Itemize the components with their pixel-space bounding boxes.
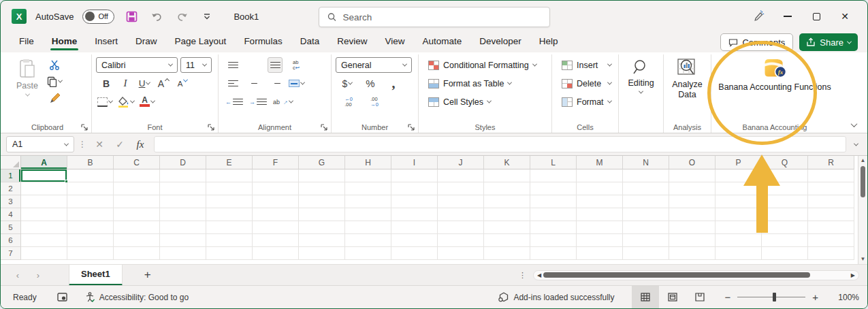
- cell-G5[interactable]: [299, 221, 345, 234]
- cell-M2[interactable]: [577, 182, 623, 195]
- cell-N2[interactable]: [623, 182, 669, 195]
- previous-sheet-button[interactable]: ‹: [9, 270, 27, 280]
- tab-home[interactable]: Home: [43, 33, 86, 51]
- column-header-M[interactable]: M: [577, 156, 623, 169]
- comments-button[interactable]: Comments: [720, 33, 793, 51]
- formula-input[interactable]: [154, 136, 846, 152]
- select-all-corner[interactable]: [1, 156, 21, 169]
- next-sheet-button[interactable]: ›: [29, 270, 47, 280]
- column-header-O[interactable]: O: [669, 156, 716, 169]
- bold-button[interactable]: B: [99, 76, 114, 91]
- insert-function-button[interactable]: fx: [132, 136, 148, 152]
- cell-K5[interactable]: [484, 221, 530, 234]
- cell-L6[interactable]: [530, 234, 577, 247]
- cell-A3[interactable]: [21, 195, 67, 208]
- accounting-format-button[interactable]: $: [340, 76, 355, 91]
- cell-C1[interactable]: [114, 169, 160, 182]
- vertical-scroll-thumb[interactable]: [861, 166, 865, 197]
- row-header-1[interactable]: 1: [1, 169, 21, 182]
- scroll-left-icon[interactable]: ◀: [537, 272, 541, 278]
- tab-formulas[interactable]: Formulas: [235, 33, 291, 51]
- expand-formula-bar-chevron[interactable]: [854, 141, 858, 146]
- cell-O2[interactable]: [669, 182, 716, 195]
- search-input[interactable]: [342, 12, 541, 22]
- cell-L1[interactable]: [530, 169, 577, 182]
- column-header-P[interactable]: P: [716, 156, 762, 169]
- cell-G2[interactable]: [299, 182, 345, 195]
- cell-Q5[interactable]: [762, 221, 808, 234]
- cell-P6[interactable]: [716, 234, 762, 247]
- cell-P3[interactable]: [716, 195, 762, 208]
- cell-E1[interactable]: [206, 169, 253, 182]
- cell-R5[interactable]: [808, 221, 854, 234]
- cell-I3[interactable]: [391, 195, 438, 208]
- zoom-slider-handle[interactable]: [773, 293, 776, 302]
- cell-Q6[interactable]: [762, 234, 808, 247]
- cell-L7[interactable]: [530, 247, 577, 260]
- cell-G4[interactable]: [299, 208, 345, 221]
- macro-record-button[interactable]: [57, 293, 67, 302]
- increase-decimal-button[interactable]: ←0.00: [341, 94, 356, 110]
- tab-data[interactable]: Data: [291, 33, 329, 51]
- cell-J6[interactable]: [438, 234, 484, 247]
- align-bottom-button[interactable]: [268, 57, 283, 73]
- column-header-F[interactable]: F: [253, 156, 299, 169]
- column-header-A[interactable]: A: [21, 156, 67, 169]
- cell-L5[interactable]: [530, 221, 577, 234]
- cell-E4[interactable]: [206, 208, 253, 221]
- vertical-scrollbar[interactable]: ▲ ▼: [858, 156, 867, 264]
- cell-A4[interactable]: [21, 208, 67, 221]
- cell-R2[interactable]: [808, 182, 854, 195]
- cell-H7[interactable]: [345, 247, 391, 260]
- banana-accounting-functions-button[interactable]: fx Banana Accounting Functions: [716, 56, 834, 122]
- column-header-C[interactable]: C: [114, 156, 160, 169]
- cell-B3[interactable]: [67, 195, 114, 208]
- column-header-R[interactable]: R: [808, 156, 854, 169]
- coming-soon-button[interactable]: [748, 6, 771, 27]
- tab-review[interactable]: Review: [328, 33, 376, 51]
- orientation-button[interactable]: ab→: [273, 94, 293, 110]
- undo-button[interactable]: [148, 8, 165, 25]
- tab-insert[interactable]: Insert: [86, 33, 127, 51]
- tab-developer[interactable]: Developer: [470, 33, 530, 51]
- cell-J3[interactable]: [438, 195, 484, 208]
- cell-J5[interactable]: [438, 221, 484, 234]
- cell-I4[interactable]: [391, 208, 438, 221]
- cell-N1[interactable]: [623, 169, 669, 182]
- cell-K3[interactable]: [484, 195, 530, 208]
- row-header-3[interactable]: 3: [1, 195, 21, 208]
- cell-D1[interactable]: [160, 169, 206, 182]
- cell-N7[interactable]: [623, 247, 669, 260]
- cell-L2[interactable]: [530, 182, 577, 195]
- cell-N3[interactable]: [623, 195, 669, 208]
- column-header-D[interactable]: D: [160, 156, 206, 169]
- cell-O3[interactable]: [669, 195, 716, 208]
- alignment-dialog-launcher[interactable]: [321, 124, 328, 131]
- cell-L3[interactable]: [530, 195, 577, 208]
- accessibility-status[interactable]: Accessibility: Good to go: [85, 292, 189, 302]
- cell-K4[interactable]: [484, 208, 530, 221]
- tab-file[interactable]: File: [10, 33, 43, 51]
- cell-R4[interactable]: [808, 208, 854, 221]
- cell-B2[interactable]: [67, 182, 114, 195]
- align-middle-button[interactable]: [246, 57, 261, 73]
- zoom-in-button[interactable]: +: [812, 291, 818, 303]
- align-center-button[interactable]: [246, 76, 261, 91]
- underline-button[interactable]: U: [137, 76, 152, 91]
- cell-H3[interactable]: [345, 195, 391, 208]
- cell-Q2[interactable]: [762, 182, 808, 195]
- row-header-2[interactable]: 2: [1, 182, 21, 195]
- cell-B4[interactable]: [67, 208, 114, 221]
- increase-indent-button[interactable]: →: [249, 94, 267, 110]
- cell-F1[interactable]: [253, 169, 299, 182]
- merge-center-button[interactable]: [289, 76, 304, 91]
- cell-R6[interactable]: [808, 234, 854, 247]
- cell-A6[interactable]: [21, 234, 67, 247]
- cell-M4[interactable]: [577, 208, 623, 221]
- cell-D5[interactable]: [160, 221, 206, 234]
- font-size-select[interactable]: 11: [180, 57, 212, 73]
- italic-button[interactable]: I: [118, 76, 133, 91]
- format-painter-button[interactable]: [47, 90, 62, 105]
- cell-B6[interactable]: [67, 234, 114, 247]
- cell-Q7[interactable]: [762, 247, 808, 260]
